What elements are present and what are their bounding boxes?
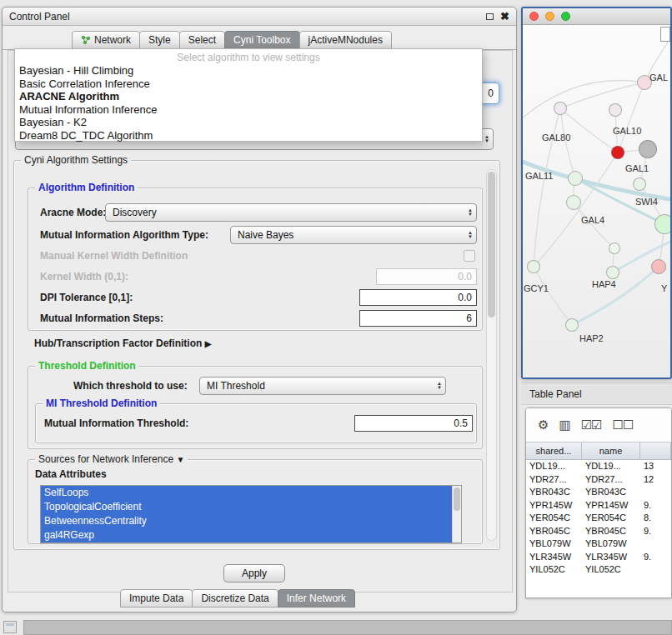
table-body: YDL19...YDL19...13YDR27...YDR27...12YBR0… — [526, 460, 671, 577]
network-icon — [81, 35, 91, 45]
network-node[interactable] — [651, 259, 666, 274]
hub-section-label: Hub/Transcription Factor Definition — [34, 338, 202, 349]
tab-discretize-data[interactable]: Discretize Data — [192, 589, 278, 608]
window-title: Control Panel — [9, 11, 70, 22]
columns-icon[interactable]: ▥ — [559, 418, 569, 432]
algorithm-option[interactable]: Basic Correlation Inference — [15, 78, 482, 91]
network-node[interactable] — [566, 195, 581, 210]
table-cell: 12 — [640, 473, 671, 487]
algorithm-dropdown-list: Bayesian - Hill ClimbingBasic Correlatio… — [15, 64, 482, 142]
network-node[interactable] — [609, 103, 622, 117]
algorithm-option[interactable]: Mutual Information Inference — [15, 103, 482, 117]
settings-scrollbar[interactable] — [486, 169, 497, 541]
window-restore-button[interactable] — [486, 13, 494, 20]
data-attributes-list[interactable]: SelfLoopsTopologicalCoefficientBetweenne… — [40, 485, 462, 543]
column-header-name[interactable]: name — [582, 442, 640, 459]
table-row[interactable]: YDR27...YDR27...12 — [526, 473, 671, 487]
network-node-label: HAP4 — [592, 279, 616, 289]
table-cell: YBR045C — [526, 525, 582, 538]
mi-threshold-field[interactable]: 0.5 — [354, 415, 473, 432]
table-cell: YBL079W — [526, 538, 582, 551]
tab-cyni-toolbox[interactable]: Cyni Toolbox — [224, 31, 299, 49]
aracne-mode-combo[interactable]: Discovery ▲▼ — [105, 203, 477, 222]
network-node-label: GAL — [649, 72, 668, 82]
network-canvas[interactable]: GALGAL80GAL10GAL11GAL1SWI4GAL4GCY1HAP4YH… — [523, 25, 670, 378]
tab-select[interactable]: Select — [179, 31, 225, 49]
data-attribute-item[interactable]: SelfLoops — [41, 486, 452, 500]
data-attribute-item[interactable]: gal4RGexp — [41, 528, 452, 542]
network-node[interactable] — [654, 214, 670, 234]
data-attribute-item[interactable]: BetweennessCentrality — [41, 514, 452, 528]
algorithm-option[interactable]: Bayesian - Hill Climbing — [15, 64, 482, 78]
table-row[interactable]: YBR043CYBR043C — [526, 486, 671, 499]
tab-style[interactable]: Style — [139, 31, 180, 49]
combo-stepper-icon: ▲▼ — [463, 231, 473, 239]
network-node[interactable] — [609, 242, 620, 254]
table-header-row: shared... name — [526, 442, 671, 460]
algorithm-option[interactable]: ARACNE Algorithm — [15, 90, 482, 103]
table-row[interactable]: YIL052CYIL052C — [526, 563, 671, 577]
algorithm-definition-group: Algorithm Definition Aracne Mode: Discov… — [28, 188, 483, 331]
table-row[interactable]: YLR345WYLR345W9. — [526, 551, 671, 564]
network-node[interactable] — [554, 102, 567, 115]
manual-kernel-checkbox[interactable] — [464, 250, 475, 262]
network-node[interactable] — [565, 318, 579, 332]
settings-scrollbar-thumb[interactable] — [488, 172, 495, 318]
tab-network[interactable]: Network — [72, 31, 140, 49]
network-node-label: GCY1 — [524, 283, 549, 293]
table-row[interactable]: YPR145WYPR145W9. — [526, 499, 671, 512]
mi-threshold-group: MI Threshold Definition Mutual Informati… — [35, 403, 477, 443]
table-cell: YLR345W — [526, 551, 582, 564]
table-row[interactable]: YDL19...YDL19...13 — [526, 460, 671, 473]
network-node-label: HAP2 — [579, 333, 604, 343]
attributes-scrollbar[interactable] — [452, 486, 461, 542]
network-node-label: GAL1 — [625, 163, 649, 173]
algorithm-option[interactable]: Bayesian - K2 — [15, 116, 482, 129]
mac-close-button[interactable] — [529, 12, 539, 21]
mac-minimize-button[interactable] — [545, 12, 554, 21]
algorithm-dropdown-popup: Select algorithm to view settings Bayesi… — [14, 48, 483, 142]
network-node[interactable] — [633, 178, 646, 191]
gear-icon[interactable]: ⚙ — [538, 418, 548, 432]
tab-select-label: Select — [188, 32, 216, 48]
kernel-width-field[interactable]: 0.0 — [376, 268, 477, 285]
mi-steps-field[interactable]: 6 — [359, 310, 477, 327]
network-node[interactable] — [568, 171, 583, 186]
table-cell: YIL052C — [526, 563, 582, 577]
table-cell: 8. — [640, 512, 671, 525]
tab-jactivemnodules[interactable]: jActiveMNodules — [299, 31, 392, 49]
dpi-tolerance-field[interactable]: 0.0 — [359, 289, 477, 306]
mac-zoom-button[interactable] — [561, 12, 570, 21]
sources-section-toggle[interactable]: Sources for Network Inference ▼ — [35, 453, 188, 465]
column-header-extra[interactable] — [640, 442, 671, 459]
table-row[interactable]: YER054CYER054C8. — [526, 512, 671, 525]
network-node[interactable] — [606, 266, 619, 279]
tab-infer-network[interactable]: Infer Network — [278, 589, 355, 608]
panel-toggle-icon[interactable] — [3, 621, 17, 633]
select-all-icon[interactable]: ☑☑ — [581, 418, 602, 432]
deselect-all-icon[interactable]: ☐☐ — [613, 418, 634, 432]
network-node[interactable] — [611, 146, 624, 159]
table-row[interactable]: YBR045CYBR045C9. — [526, 525, 671, 538]
network-node[interactable] — [639, 140, 657, 158]
table-row[interactable]: YBL079WYBL079W — [526, 538, 671, 551]
network-node[interactable] — [527, 260, 540, 273]
apply-button[interactable]: Apply — [223, 564, 285, 582]
which-threshold-label: Which threshold to use: — [73, 377, 188, 395]
mi-algo-type-combo[interactable]: Naive Bayes ▲▼ — [230, 226, 477, 244]
table-cell: 9. — [640, 551, 671, 564]
attributes-scrollbar-thumb[interactable] — [454, 488, 460, 511]
table-cell: YPR145W — [582, 499, 640, 512]
tab-impute-data[interactable]: Impute Data — [120, 589, 193, 608]
table-panel-title: Table Panel — [529, 388, 582, 400]
algorithm-option[interactable]: Dream8 DC_TDC Algorithm — [15, 129, 482, 142]
column-header-shared[interactable]: shared... — [526, 442, 582, 459]
bottom-tab-bar: Impute Data Discretize Data Infer Networ… — [121, 589, 355, 608]
hub-section-toggle[interactable]: Hub/Transcription Factor Definition ▶ — [34, 334, 211, 352]
combo-stepper-icon: ▲▼ — [432, 382, 442, 390]
data-attribute-item[interactable]: TopologicalCoefficient — [41, 500, 452, 514]
window-close-button[interactable]: ✖ — [500, 12, 509, 21]
which-threshold-combo[interactable]: MI Threshold ▲▼ — [199, 377, 446, 395]
which-threshold-value: MI Threshold — [207, 380, 265, 392]
kernel-width-label: Kernel Width (0,1): — [40, 268, 128, 286]
